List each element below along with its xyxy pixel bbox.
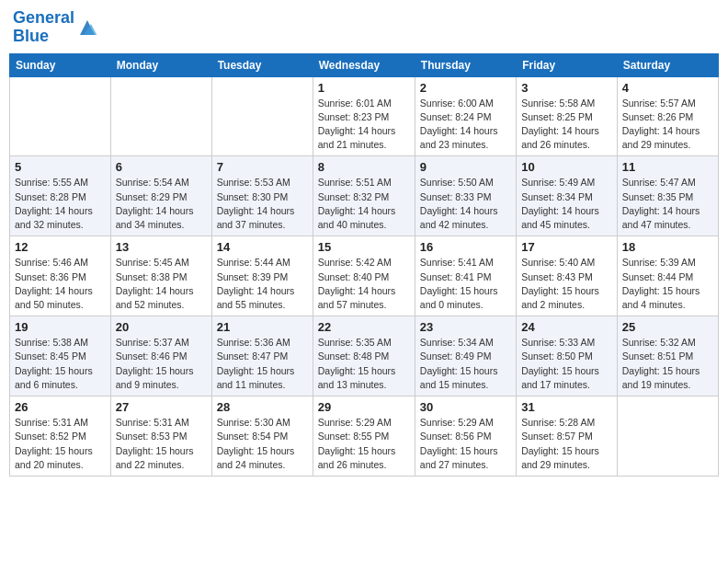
day-detail: Sunrise: 6:01 AM Sunset: 8:23 PM Dayligh… xyxy=(318,97,410,153)
day-detail: Sunrise: 5:41 AM Sunset: 8:41 PM Dayligh… xyxy=(420,256,511,312)
day-number: 23 xyxy=(420,320,511,334)
day-number: 4 xyxy=(622,81,713,95)
day-detail: Sunrise: 5:35 AM Sunset: 8:48 PM Dayligh… xyxy=(318,336,410,392)
day-number: 15 xyxy=(318,240,410,254)
day-number: 6 xyxy=(116,160,207,174)
day-number: 7 xyxy=(217,160,308,174)
calendar-cell xyxy=(617,396,718,477)
calendar-cell: 3Sunrise: 5:58 AM Sunset: 8:25 PM Daylig… xyxy=(517,76,618,156)
day-detail: Sunrise: 5:34 AM Sunset: 8:49 PM Dayligh… xyxy=(420,336,511,392)
calendar-cell: 11Sunrise: 5:47 AM Sunset: 8:35 PM Dayli… xyxy=(617,156,718,236)
calendar-table: SundayMondayTuesdayWednesdayThursdayFrid… xyxy=(9,53,719,477)
header-friday: Friday xyxy=(517,53,618,76)
day-number: 21 xyxy=(217,320,308,334)
day-number: 3 xyxy=(521,81,612,95)
day-number: 30 xyxy=(420,400,511,414)
day-detail: Sunrise: 5:37 AM Sunset: 8:46 PM Dayligh… xyxy=(116,336,207,392)
day-number: 10 xyxy=(521,160,612,174)
calendar-cell xyxy=(110,76,211,156)
day-number: 13 xyxy=(116,240,207,254)
calendar-cell xyxy=(211,76,313,156)
calendar-cell: 15Sunrise: 5:42 AM Sunset: 8:40 PM Dayli… xyxy=(313,236,415,316)
day-detail: Sunrise: 6:00 AM Sunset: 8:24 PM Dayligh… xyxy=(420,97,511,153)
calendar-header-row: SundayMondayTuesdayWednesdayThursdayFrid… xyxy=(10,53,719,76)
calendar-week-row: 26Sunrise: 5:31 AM Sunset: 8:52 PM Dayli… xyxy=(10,396,719,477)
calendar-cell: 16Sunrise: 5:41 AM Sunset: 8:41 PM Dayli… xyxy=(415,236,516,316)
day-detail: Sunrise: 5:46 AM Sunset: 8:36 PM Dayligh… xyxy=(15,256,106,312)
logo-icon xyxy=(76,17,98,39)
calendar-cell: 8Sunrise: 5:51 AM Sunset: 8:32 PM Daylig… xyxy=(313,156,415,236)
day-detail: Sunrise: 5:30 AM Sunset: 8:54 PM Dayligh… xyxy=(217,416,308,472)
day-number: 22 xyxy=(318,320,410,334)
logo-text: General Blue xyxy=(13,9,74,46)
header-saturday: Saturday xyxy=(617,53,718,76)
day-number: 9 xyxy=(420,160,511,174)
day-number: 27 xyxy=(116,400,207,414)
calendar-cell: 24Sunrise: 5:33 AM Sunset: 8:50 PM Dayli… xyxy=(517,316,618,396)
day-number: 20 xyxy=(116,320,207,334)
day-detail: Sunrise: 5:57 AM Sunset: 8:26 PM Dayligh… xyxy=(622,97,713,153)
day-number: 25 xyxy=(622,320,713,334)
calendar-cell: 4Sunrise: 5:57 AM Sunset: 8:26 PM Daylig… xyxy=(617,76,718,156)
day-detail: Sunrise: 5:53 AM Sunset: 8:30 PM Dayligh… xyxy=(217,176,308,232)
day-detail: Sunrise: 5:44 AM Sunset: 8:39 PM Dayligh… xyxy=(217,256,308,312)
header-tuesday: Tuesday xyxy=(211,53,313,76)
day-number: 31 xyxy=(521,400,612,414)
day-detail: Sunrise: 5:31 AM Sunset: 8:53 PM Dayligh… xyxy=(116,416,207,472)
day-number: 5 xyxy=(15,160,106,174)
header-monday: Monday xyxy=(110,53,211,76)
day-detail: Sunrise: 5:49 AM Sunset: 8:34 PM Dayligh… xyxy=(521,176,612,232)
calendar-cell: 13Sunrise: 5:45 AM Sunset: 8:38 PM Dayli… xyxy=(110,236,211,316)
day-detail: Sunrise: 5:54 AM Sunset: 8:29 PM Dayligh… xyxy=(116,176,207,232)
calendar-cell: 31Sunrise: 5:28 AM Sunset: 8:57 PM Dayli… xyxy=(517,396,618,477)
day-detail: Sunrise: 5:58 AM Sunset: 8:25 PM Dayligh… xyxy=(521,97,612,153)
day-detail: Sunrise: 5:31 AM Sunset: 8:52 PM Dayligh… xyxy=(15,416,106,472)
calendar-week-row: 12Sunrise: 5:46 AM Sunset: 8:36 PM Dayli… xyxy=(10,236,719,316)
calendar-cell: 22Sunrise: 5:35 AM Sunset: 8:48 PM Dayli… xyxy=(313,316,415,396)
calendar-cell: 12Sunrise: 5:46 AM Sunset: 8:36 PM Dayli… xyxy=(10,236,111,316)
day-detail: Sunrise: 5:50 AM Sunset: 8:33 PM Dayligh… xyxy=(420,176,511,232)
day-detail: Sunrise: 5:42 AM Sunset: 8:40 PM Dayligh… xyxy=(318,256,410,312)
page-header: General Blue xyxy=(9,9,719,46)
calendar-cell: 6Sunrise: 5:54 AM Sunset: 8:29 PM Daylig… xyxy=(110,156,211,236)
day-detail: Sunrise: 5:40 AM Sunset: 8:43 PM Dayligh… xyxy=(521,256,612,312)
day-detail: Sunrise: 5:38 AM Sunset: 8:45 PM Dayligh… xyxy=(15,336,106,392)
calendar-week-row: 1Sunrise: 6:01 AM Sunset: 8:23 PM Daylig… xyxy=(10,76,719,156)
day-number: 18 xyxy=(622,240,713,254)
calendar-cell: 28Sunrise: 5:30 AM Sunset: 8:54 PM Dayli… xyxy=(211,396,313,477)
calendar-cell: 27Sunrise: 5:31 AM Sunset: 8:53 PM Dayli… xyxy=(110,396,211,477)
day-detail: Sunrise: 5:29 AM Sunset: 8:56 PM Dayligh… xyxy=(420,416,511,472)
header-thursday: Thursday xyxy=(415,53,516,76)
day-detail: Sunrise: 5:33 AM Sunset: 8:50 PM Dayligh… xyxy=(521,336,612,392)
day-number: 12 xyxy=(15,240,106,254)
day-detail: Sunrise: 5:29 AM Sunset: 8:55 PM Dayligh… xyxy=(318,416,410,472)
day-detail: Sunrise: 5:28 AM Sunset: 8:57 PM Dayligh… xyxy=(521,416,612,472)
day-number: 26 xyxy=(15,400,106,414)
calendar-cell: 5Sunrise: 5:55 AM Sunset: 8:28 PM Daylig… xyxy=(10,156,111,236)
calendar-cell: 2Sunrise: 6:00 AM Sunset: 8:24 PM Daylig… xyxy=(415,76,516,156)
calendar-cell xyxy=(10,76,111,156)
calendar-week-row: 19Sunrise: 5:38 AM Sunset: 8:45 PM Dayli… xyxy=(10,316,719,396)
calendar-cell: 26Sunrise: 5:31 AM Sunset: 8:52 PM Dayli… xyxy=(10,396,111,477)
day-number: 1 xyxy=(318,81,410,95)
calendar-cell: 17Sunrise: 5:40 AM Sunset: 8:43 PM Dayli… xyxy=(517,236,618,316)
calendar-cell: 10Sunrise: 5:49 AM Sunset: 8:34 PM Dayli… xyxy=(517,156,618,236)
calendar-cell: 1Sunrise: 6:01 AM Sunset: 8:23 PM Daylig… xyxy=(313,76,415,156)
day-number: 16 xyxy=(420,240,511,254)
calendar-cell: 23Sunrise: 5:34 AM Sunset: 8:49 PM Dayli… xyxy=(415,316,516,396)
day-detail: Sunrise: 5:51 AM Sunset: 8:32 PM Dayligh… xyxy=(318,176,410,232)
day-detail: Sunrise: 5:36 AM Sunset: 8:47 PM Dayligh… xyxy=(217,336,308,392)
day-detail: Sunrise: 5:47 AM Sunset: 8:35 PM Dayligh… xyxy=(622,176,713,232)
day-number: 8 xyxy=(318,160,410,174)
calendar-cell: 9Sunrise: 5:50 AM Sunset: 8:33 PM Daylig… xyxy=(415,156,516,236)
day-detail: Sunrise: 5:55 AM Sunset: 8:28 PM Dayligh… xyxy=(15,176,106,232)
calendar-cell: 30Sunrise: 5:29 AM Sunset: 8:56 PM Dayli… xyxy=(415,396,516,477)
calendar-week-row: 5Sunrise: 5:55 AM Sunset: 8:28 PM Daylig… xyxy=(10,156,719,236)
calendar-cell: 29Sunrise: 5:29 AM Sunset: 8:55 PM Dayli… xyxy=(313,396,415,477)
header-sunday: Sunday xyxy=(10,53,111,76)
day-number: 11 xyxy=(622,160,713,174)
day-number: 2 xyxy=(420,81,511,95)
day-number: 28 xyxy=(217,400,308,414)
calendar-cell: 21Sunrise: 5:36 AM Sunset: 8:47 PM Dayli… xyxy=(211,316,313,396)
calendar-cell: 18Sunrise: 5:39 AM Sunset: 8:44 PM Dayli… xyxy=(617,236,718,316)
